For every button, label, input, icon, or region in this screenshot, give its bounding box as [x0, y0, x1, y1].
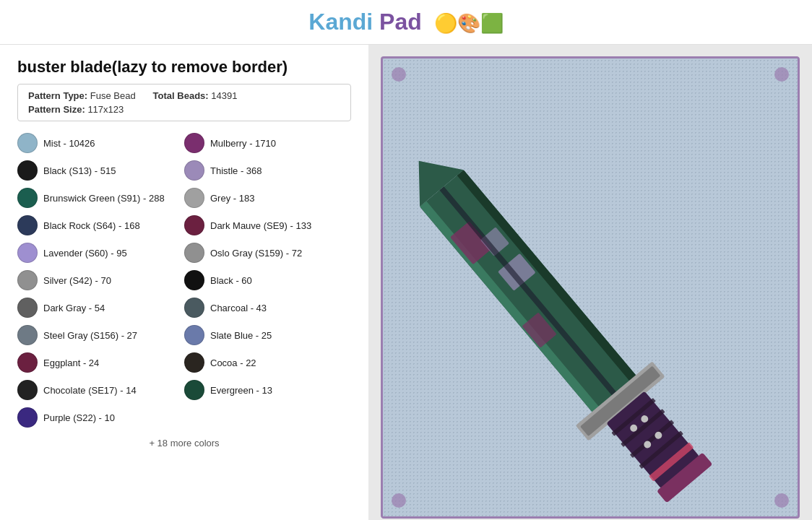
color-label: Mulberry - 1710 — [210, 138, 276, 149]
color-swatch — [17, 298, 38, 318]
color-swatch — [184, 270, 204, 290]
color-row: Eggplant - 24 — [17, 352, 184, 373]
color-swatch — [184, 380, 204, 400]
logo-kandi: Kandi — [308, 9, 373, 35]
color-label: Brunswick Green (S91) - 288 — [43, 193, 165, 204]
color-swatch — [17, 188, 38, 208]
color-row: Black Rock (S64) - 168 — [17, 215, 184, 235]
color-label: Lavender (S60) - 95 — [43, 248, 127, 259]
color-swatch — [184, 215, 204, 235]
color-label: Mist - 10426 — [43, 138, 95, 149]
color-swatch — [17, 352, 38, 373]
more-colors[interactable]: + 18 more colors — [17, 438, 351, 448]
color-swatch — [17, 407, 38, 428]
color-label: Evergreen - 13 — [210, 385, 272, 396]
color-column-right: Mulberry - 1710Thistle - 368Grey - 183Da… — [184, 133, 351, 435]
main-content: buster blade(lazy to remove border) Patt… — [0, 45, 812, 520]
color-swatch — [17, 160, 38, 181]
color-swatch — [184, 243, 204, 263]
color-row: Evergreen - 13 — [184, 380, 351, 400]
color-label: Purple (S22) - 10 — [43, 412, 115, 423]
color-swatch — [184, 298, 204, 318]
color-swatch — [184, 133, 204, 153]
color-label: Dark Mauve (SE9) - 133 — [210, 220, 311, 231]
svg-rect-8 — [439, 186, 618, 398]
color-row: Lavender (S60) - 95 — [17, 243, 184, 263]
pattern-preview — [381, 56, 800, 519]
color-row: Brunswick Green (S91) - 288 — [17, 188, 184, 208]
color-label: Chocolate (SE17) - 14 — [43, 385, 137, 396]
color-label: Black Rock (S64) - 168 — [43, 220, 140, 231]
color-swatch — [17, 270, 38, 290]
color-row: Silver (S42) - 70 — [17, 270, 184, 290]
color-list: Mist - 10426Black (S13) - 515Brunswick G… — [17, 133, 351, 435]
pattern-size: Pattern Size: 117x123 — [28, 104, 124, 115]
color-row: Grey - 183 — [184, 188, 351, 208]
color-label: Black (S13) - 515 — [43, 165, 116, 176]
color-swatch — [17, 243, 38, 263]
color-swatch — [184, 188, 204, 208]
color-label: Steel Gray (S156) - 27 — [43, 330, 137, 341]
color-swatch — [17, 215, 38, 235]
logo: Kandi Pad 🟡🎨🟩 — [308, 9, 503, 35]
color-row: Dark Mauve (SE9) - 133 — [184, 215, 351, 235]
color-label: Charcoal - 43 — [210, 303, 267, 313]
color-label: Eggplant - 24 — [43, 358, 99, 368]
blade-art — [397, 73, 783, 502]
color-row: Mulberry - 1710 — [184, 133, 351, 153]
right-panel — [368, 45, 812, 520]
color-row: Mist - 10426 — [17, 133, 184, 153]
pattern-type: Pattern Type: Fuse Bead — [28, 90, 136, 101]
color-label: Dark Gray - 54 — [43, 303, 105, 313]
color-label: Black - 60 — [210, 275, 252, 286]
color-swatch — [184, 325, 204, 345]
color-row: Slate Blue - 25 — [184, 325, 351, 345]
color-swatch — [17, 325, 38, 345]
color-swatch — [184, 160, 204, 181]
color-label: Thistle - 368 — [210, 165, 262, 176]
color-label: Cocoa - 22 — [210, 358, 256, 368]
total-beads: Total Beads: 14391 — [153, 90, 238, 101]
color-label: Oslo Gray (S159) - 72 — [210, 248, 302, 259]
logo-emoji: 🟡🎨🟩 — [434, 12, 504, 34]
color-label: Silver (S42) - 70 — [43, 275, 111, 286]
color-row: Black - 60 — [184, 270, 351, 290]
color-row: Purple (S22) - 10 — [17, 407, 184, 428]
header: Kandi Pad 🟡🎨🟩 — [0, 0, 812, 45]
color-row: Steel Gray (S156) - 27 — [17, 325, 184, 345]
color-label: Slate Blue - 25 — [210, 330, 272, 341]
color-row: Oslo Gray (S159) - 72 — [184, 243, 351, 263]
color-swatch — [184, 352, 204, 373]
pattern-title: buster blade(lazy to remove border) — [17, 58, 351, 77]
color-row: Chocolate (SE17) - 14 — [17, 380, 184, 400]
color-row: Dark Gray - 54 — [17, 298, 184, 318]
color-label: Grey - 183 — [210, 193, 254, 204]
color-row: Thistle - 368 — [184, 160, 351, 181]
color-row: Black (S13) - 515 — [17, 160, 184, 181]
color-swatch — [17, 133, 38, 153]
pattern-info: Pattern Type: Fuse Bead Total Beads: 143… — [17, 84, 351, 121]
logo-pad: Pad — [373, 9, 422, 35]
color-row: Cocoa - 22 — [184, 352, 351, 373]
color-column-left: Mist - 10426Black (S13) - 515Brunswick G… — [17, 133, 184, 435]
color-row: Charcoal - 43 — [184, 298, 351, 318]
left-panel: buster blade(lazy to remove border) Patt… — [0, 45, 368, 520]
color-swatch — [17, 380, 38, 400]
